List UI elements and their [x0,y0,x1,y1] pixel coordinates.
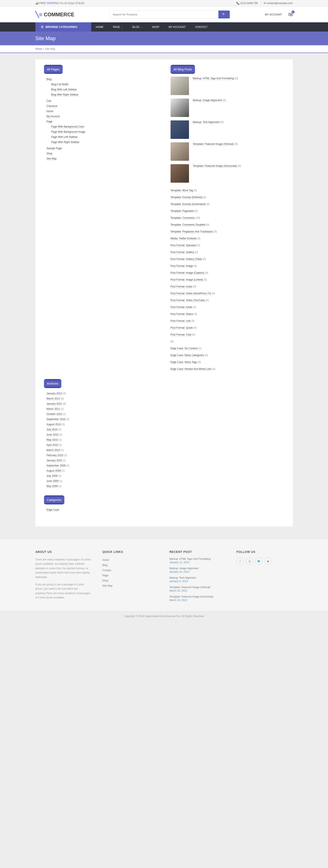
post-thumb[interactable] [170,142,189,161]
nav-item[interactable]: HOME [91,23,108,32]
tree-link[interactable]: Cart [46,99,52,102]
facebook-icon[interactable]: f [236,557,244,565]
twitter-icon[interactable]: 🐦 [255,557,263,565]
recent-post-title[interactable]: Markup: Text Alignment [169,576,226,579]
nav-item[interactable]: SHOP [147,23,164,32]
post-link[interactable]: Post Format: Image (Linked) [170,278,203,281]
post-link[interactable]: Template: Comments [170,216,195,220]
post-link[interactable]: Template: Pingbacks And Trackbacks [170,230,213,233]
post-link[interactable]: Template: Featured Image (Vertical) [193,143,234,146]
archive-link[interactable]: July 2009 [46,474,58,477]
post-link[interactable]: Markup: Image Alignment [193,99,222,102]
quick-link[interactable]: Home [102,558,109,561]
quick-link[interactable]: Shop [102,579,108,582]
archive-link[interactable]: March 2010 [46,448,60,452]
nav-item[interactable]: CONTACT [191,23,212,32]
tree-link[interactable]: Home [46,110,54,113]
post-link[interactable]: Post Format: Video (WordPress.Tv) [170,292,211,295]
archive-link[interactable]: May 2009 [46,485,58,488]
post-link[interactable]: Post Format: Aside [170,306,192,309]
tree-link[interactable]: Site Map [46,157,57,160]
archive-link[interactable]: August 2009 [46,469,61,472]
post-link[interactable]: Post Format: Quote [170,326,193,330]
recent-post-title[interactable]: Markup: HTML Tags And Formatting [169,557,226,560]
tree-link[interactable]: Page With Background Color [51,125,85,128]
tree-link[interactable]: Page With Left Sidebar [51,135,78,138]
tree-link[interactable]: Blog [46,78,52,81]
post-thumb[interactable] [170,76,189,95]
tree-link[interactable]: Blog Full Width [51,83,69,86]
post-link[interactable]: Post Format: Gallery [170,251,194,254]
post-link[interactable]: Post Format: Image [170,265,193,268]
post-link[interactable]: Edge Case: Nested And Mixed Lists [170,368,211,371]
post-link[interactable]: Edge Case: Many Categories [170,354,204,357]
archive-link[interactable]: January 2010 [46,459,62,462]
tree-link[interactable]: Sample Page [46,147,62,150]
quick-link[interactable]: Contact [102,569,111,572]
quick-link[interactable]: Blog [102,564,107,567]
post-link[interactable]: Template: Excerpt (Defined) [170,196,202,199]
tree-link[interactable]: My Account [46,115,60,118]
category-link[interactable]: Edge Case [46,508,59,512]
archive-link[interactable]: February 2010 [46,454,63,457]
tree-link[interactable]: Blog With Right Sidebar [51,93,78,96]
post-link[interactable]: Post Format: Video (YouTube) [170,299,205,302]
post-link[interactable]: Template: Comments Disabled [170,223,205,226]
nav-item[interactable]: BLOG⌄ [128,23,147,32]
my-account-link[interactable]: MY ACCOUNT [265,13,282,16]
nav-item[interactable]: PAGE⌄ [108,23,128,32]
post-link[interactable]: Template: More Tag [170,189,193,192]
archive-link[interactable]: June 2009 [46,479,59,483]
post-link[interactable]: Media: Twitter Embeds [170,237,197,240]
post-link[interactable]: Template: Excerpt (Generated) [170,203,206,206]
post-link[interactable]: Post Format: Audio [170,285,192,288]
tree-link[interactable]: Page [46,120,53,123]
phone-link[interactable]: 📞 0123-0456-789 [236,2,258,5]
logo[interactable]: ╲≡ COMMERCE [35,11,74,18]
quick-link[interactable]: Page [102,574,108,577]
email-link[interactable]: ✉ contact@example.com [264,2,293,5]
archive-link[interactable]: September 2009 [46,464,66,467]
youtube-icon[interactable]: ▶ [265,557,272,565]
archive-link[interactable]: March 2011 [46,407,60,411]
breadcrumb-home[interactable]: Home [35,48,42,51]
tree-link[interactable]: Checkout [46,104,58,108]
post-thumb[interactable] [170,164,189,183]
recent-post-title[interactable]: Markup: Image Alignment [169,567,226,570]
recent-post-title[interactable]: Template: Featured Image (Vertical) [169,586,226,589]
post-link[interactable]: Post Format: Standard [170,244,197,247]
cart-button[interactable]: 🛍 0 [288,12,293,18]
archive-link[interactable]: January 2012 [46,402,62,405]
archive-link[interactable]: October 2010 [46,412,62,416]
post-thumb[interactable] [170,120,189,139]
quick-link[interactable]: Site Map [102,584,112,587]
archive-link[interactable]: May 2010 [46,438,58,441]
search-input[interactable] [110,10,218,19]
instagram-icon[interactable]: ◎ [246,557,253,565]
post-link[interactable]: Markup: HTML Tags And Formatting [193,77,234,80]
archive-link[interactable]: April 2010 [46,443,58,447]
post-link[interactable]: Template: Paginated [170,210,194,213]
post-link[interactable]: Markup: Text Alignment [193,121,220,124]
archive-link[interactable]: March 2012 [46,397,60,400]
post-link[interactable]: Post Format: Link [170,319,191,322]
post-link[interactable]: Template: Featured Image (Horizontal) [193,164,237,167]
archive-link[interactable]: September 2010 [46,418,66,421]
tree-link[interactable]: Page With Right Sidebar [51,141,79,144]
post-link[interactable]: Post Format: Image (Caption) [170,271,204,275]
tree-link[interactable]: Shop [46,152,53,155]
recent-post-title[interactable]: Template: Featured Image (Horizontal) [169,595,226,598]
archive-link[interactable]: June 2010 [46,433,59,436]
post-thumb[interactable] [170,98,189,117]
tree-link[interactable]: Blog With Left Sidebar [51,88,77,91]
archive-link[interactable]: January 2013 [46,392,62,395]
post-link[interactable]: Edge Case: No Content [170,347,198,350]
post-link[interactable]: Post Format: Chat [170,333,191,336]
archive-link[interactable]: July 2010 [46,428,58,431]
search-button[interactable]: 🔍 [218,10,230,19]
post-link[interactable]: Post Format: Status [170,312,193,316]
tree-link[interactable]: Page With Background Image [51,130,86,133]
nav-item[interactable]: MY ACCOUNT [164,23,191,32]
browse-categories-button[interactable]: ☰ BROWSE CATEGORIES [35,22,91,32]
post-link[interactable]: Edge Case: Many Tags [170,361,197,364]
